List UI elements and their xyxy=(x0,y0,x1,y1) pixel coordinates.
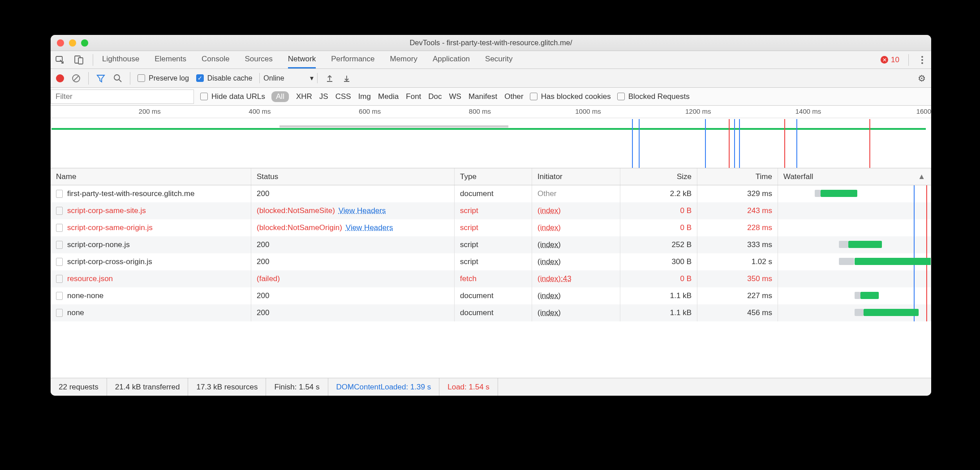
filter-type-other[interactable]: Other xyxy=(504,92,524,101)
filter-type-manifest[interactable]: Manifest xyxy=(469,92,497,101)
error-count: 10 xyxy=(891,56,899,64)
separator xyxy=(908,54,909,66)
tab-memory[interactable]: Memory xyxy=(390,51,417,68)
request-size: 0 B xyxy=(620,202,697,219)
record-button[interactable] xyxy=(56,74,64,82)
filter-type-media[interactable]: Media xyxy=(378,92,399,101)
request-size: 1.1 kB xyxy=(620,287,697,304)
request-initiator[interactable]: (index) xyxy=(537,257,561,266)
preserve-log-checkbox[interactable]: Preserve log xyxy=(138,74,189,82)
table-row[interactable]: none200document(index)1.1 kB456 ms xyxy=(51,304,931,321)
request-time: 228 ms xyxy=(697,219,778,236)
devtools-window: DevTools - first-party-test-with-resourc… xyxy=(51,35,931,396)
sort-asc-icon: ▲ xyxy=(918,172,925,181)
filter-type-xhr[interactable]: XHR xyxy=(296,92,312,101)
network-toolbar: Preserve log Disable cache Online ▾ ⚙ xyxy=(51,69,931,88)
tab-lighthouse[interactable]: Lighthouse xyxy=(102,51,139,68)
inspect-icon[interactable] xyxy=(55,55,65,65)
request-size: 0 B xyxy=(620,270,697,287)
download-har-icon[interactable] xyxy=(342,73,352,83)
request-name: none xyxy=(67,308,84,317)
tab-network[interactable]: Network xyxy=(288,51,316,68)
tab-performance[interactable]: Performance xyxy=(331,51,374,68)
throttle-select[interactable]: Online ▾ xyxy=(259,73,318,83)
table-row[interactable]: script-corp-same-site.js(blocked:NotSame… xyxy=(51,202,931,219)
request-name: resource.json xyxy=(67,274,113,283)
filter-type-js[interactable]: JS xyxy=(319,92,328,101)
tab-elements[interactable]: Elements xyxy=(155,51,186,68)
column-status[interactable]: Status xyxy=(251,168,455,185)
request-initiator[interactable]: (index):43 xyxy=(537,274,572,283)
svg-point-5 xyxy=(114,75,120,80)
request-status: 200 xyxy=(257,257,269,266)
filter-input[interactable] xyxy=(51,90,194,104)
column-size[interactable]: Size xyxy=(620,168,697,185)
timeline-tick: 1600 xyxy=(916,107,931,115)
has-blocked-cookies-checkbox[interactable]: Has blocked cookies xyxy=(530,92,611,101)
request-type: script xyxy=(455,219,532,236)
request-status: (blocked:NotSameSite) xyxy=(257,206,335,215)
request-initiator[interactable]: (index) xyxy=(537,240,561,249)
column-name[interactable]: Name xyxy=(51,168,251,185)
request-initiator[interactable]: Other xyxy=(537,189,557,198)
clear-button[interactable] xyxy=(71,73,81,83)
view-headers-link[interactable]: View Headers xyxy=(346,223,393,232)
error-icon: ✕ xyxy=(881,56,888,64)
request-status: (failed) xyxy=(257,274,280,283)
settings-icon[interactable]: ⚙ xyxy=(918,73,926,84)
table-row[interactable]: script-corp-cross-origin.js200script(ind… xyxy=(51,253,931,270)
table-row[interactable]: script-corp-same-origin.js(blocked:NotSa… xyxy=(51,219,931,236)
request-initiator[interactable]: (index) xyxy=(537,291,561,300)
filter-type-css[interactable]: CSS xyxy=(335,92,351,101)
search-icon[interactable] xyxy=(113,73,123,83)
filter-type-ws[interactable]: WS xyxy=(449,92,461,101)
request-time: 333 ms xyxy=(697,236,778,253)
column-initiator[interactable]: Initiator xyxy=(532,168,620,185)
hide-data-urls-checkbox[interactable]: Hide data URLs xyxy=(200,92,265,101)
filter-type-img[interactable]: Img xyxy=(358,92,371,101)
request-type: document xyxy=(455,304,532,321)
filter-type-font[interactable]: Font xyxy=(406,92,421,101)
request-name: script-corp-none.js xyxy=(67,240,130,249)
filter-type-all[interactable]: All xyxy=(271,91,289,102)
file-icon xyxy=(56,241,63,249)
more-menu-icon[interactable] xyxy=(918,56,927,64)
request-name: none-none xyxy=(67,291,103,300)
column-waterfall[interactable]: Waterfall▲ xyxy=(778,168,931,185)
request-size: 0 B xyxy=(620,219,697,236)
blocked-requests-checkbox[interactable]: Blocked Requests xyxy=(617,92,690,101)
requests-table: Name Status Type Initiator Size Time Wat… xyxy=(51,168,931,378)
table-row[interactable]: script-corp-none.js200script(index)252 B… xyxy=(51,236,931,253)
request-waterfall xyxy=(778,287,931,304)
column-type[interactable]: Type xyxy=(455,168,532,185)
request-initiator[interactable]: (index) xyxy=(537,308,561,317)
tab-sources[interactable]: Sources xyxy=(245,51,272,68)
disable-cache-checkbox[interactable]: Disable cache xyxy=(196,74,253,82)
tab-security[interactable]: Security xyxy=(485,51,512,68)
column-time[interactable]: Time xyxy=(697,168,778,185)
device-toggle-icon[interactable] xyxy=(74,55,84,65)
timeline-overview[interactable]: 200 ms400 ms600 ms800 ms1000 ms1200 ms14… xyxy=(51,106,931,168)
table-row[interactable]: none-none200document(index)1.1 kB227 ms xyxy=(51,287,931,304)
request-type: document xyxy=(455,185,532,202)
request-initiator[interactable]: (index) xyxy=(537,223,561,232)
table-row[interactable]: first-party-test-with-resource.glitch.me… xyxy=(51,185,931,202)
request-waterfall xyxy=(778,185,931,202)
table-header: Name Status Type Initiator Size Time Wat… xyxy=(51,168,931,185)
view-headers-link[interactable]: View Headers xyxy=(339,206,386,215)
request-waterfall xyxy=(778,270,931,287)
error-count-badge[interactable]: ✕ 10 xyxy=(881,56,899,64)
file-icon xyxy=(56,190,63,198)
separator xyxy=(93,54,93,66)
filter-icon[interactable] xyxy=(96,73,106,83)
request-name: first-party-test-with-resource.glitch.me xyxy=(67,189,194,198)
tab-application[interactable]: Application xyxy=(433,51,470,68)
table-row[interactable]: resource.json(failed)fetch(index):430 B3… xyxy=(51,270,931,287)
status-bar: 22 requests 21.4 kB transferred 17.3 kB … xyxy=(51,378,931,396)
request-name: script-corp-cross-origin.js xyxy=(67,257,152,266)
upload-har-icon[interactable] xyxy=(325,73,335,83)
request-initiator[interactable]: (index) xyxy=(537,206,561,215)
status-finish: Finish: 1.54 s xyxy=(266,378,328,396)
filter-type-doc[interactable]: Doc xyxy=(428,92,442,101)
tab-console[interactable]: Console xyxy=(202,51,229,68)
